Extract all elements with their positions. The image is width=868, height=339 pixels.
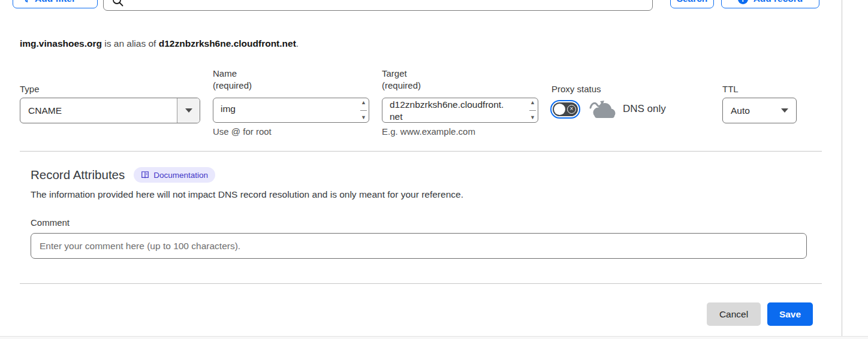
comment-label: Comment [31,217,70,229]
toggle-knob [554,104,565,115]
panel-right-border [842,0,842,336]
add-record-label: Add record [754,0,803,4]
name-label: Name (required) [213,68,252,92]
scroll-down-icon[interactable]: ▼ [530,115,535,120]
plus-circle-icon: + [738,0,748,4]
name-hint: Use @ for root [213,126,272,137]
proxy-status-value: DNS only [623,103,666,115]
record-attributes-description: The information provided here will not i… [31,189,463,200]
scroll-up-icon[interactable]: ▲ [530,100,535,105]
scroll-down-icon[interactable]: ▼ [361,115,366,120]
toggle-off-x-icon: × [567,105,576,114]
footer-divider [20,283,822,284]
proxy-toggle[interactable]: × [550,100,580,119]
record-attributes-heading: Record Attributes [31,168,125,182]
search-button[interactable]: Search [670,0,714,8]
comment-input[interactable] [31,233,807,259]
ttl-select-value: Auto [723,105,781,116]
alias-target: d12znbzrksh6ne.cloudfront.net [159,38,296,49]
search-button-label: Search [677,0,708,4]
save-button[interactable]: Save [767,302,813,326]
search-icon [112,0,123,9]
book-icon [141,171,149,179]
target-input[interactable]: d12znbzrksh6ne.cloudfront. net ▲ ▼ [382,98,538,123]
panel-bottom-edge [0,336,868,339]
save-label: Save [779,309,801,320]
target-input-value: d12znbzrksh6ne.cloudfront. net [382,98,528,122]
documentation-link[interactable]: Documentation [134,167,215,183]
type-select[interactable]: CNAME [20,98,200,123]
dns-record-edit-panel: Add filter Search + Add record img.vinas… [0,0,868,339]
chevron-down-icon [781,108,788,113]
alias-sentence: img.vinashoes.org is an alias of d12znbz… [20,38,299,49]
type-label: Type [20,83,40,95]
search-input[interactable] [103,0,653,11]
scroll-up-icon[interactable]: ▲ [361,100,366,105]
documentation-label: Documentation [153,171,208,180]
target-label: Target (required) [382,68,421,92]
target-required: (required) [382,80,421,92]
proxy-status-label: Proxy status [551,83,601,95]
name-required: (required) [213,80,252,92]
add-filter-label: Add filter [35,0,76,4]
add-record-button[interactable]: + Add record [721,0,819,8]
type-select-arrow-box[interactable] [177,98,200,123]
target-input-scrollbar[interactable]: ▲ ▼ [528,98,538,122]
cancel-label: Cancel [719,309,748,320]
target-hint: E.g. www.example.com [382,126,475,137]
dns-only-cloud-icon [589,99,616,122]
alias-host: img.vinashoes.org [20,38,102,49]
name-input-value: img [213,98,358,122]
name-input[interactable]: img ▲ ▼ [213,98,369,123]
ttl-select[interactable]: Auto [722,98,797,123]
type-select-value: CNAME [20,105,177,116]
chevron-down-icon [185,108,192,113]
cancel-button[interactable]: Cancel [707,302,761,326]
ttl-label: TTL [722,83,739,95]
add-filter-button[interactable]: Add filter [13,0,98,8]
name-input-scrollbar[interactable]: ▲ ▼ [358,98,369,122]
section-divider [20,151,822,152]
filter-icon [23,0,30,5]
